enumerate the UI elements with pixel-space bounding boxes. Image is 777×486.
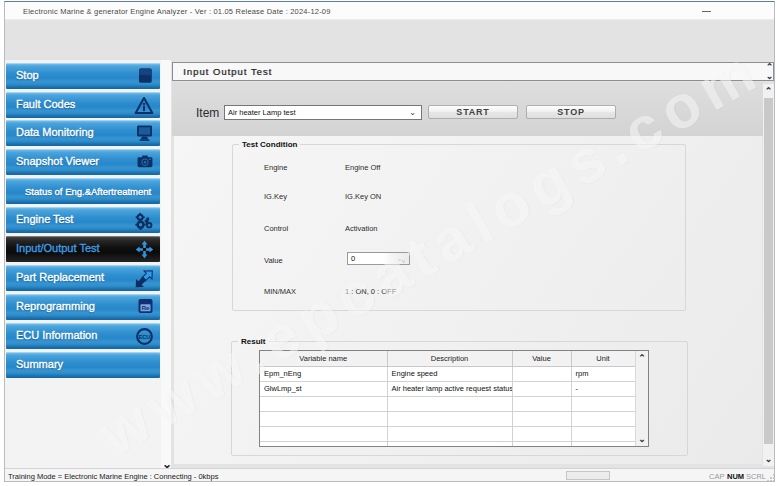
svg-text:ECU: ECU: [139, 334, 151, 340]
svg-text:Re: Re: [142, 305, 150, 311]
